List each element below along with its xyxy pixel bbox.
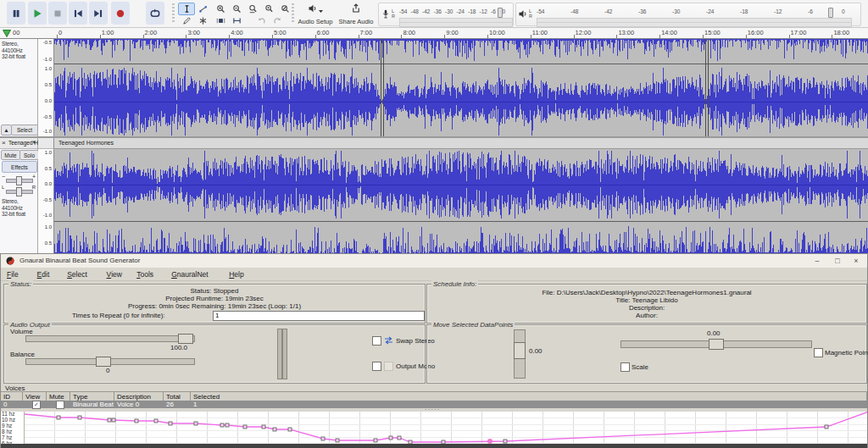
undo-button[interactable] bbox=[253, 14, 270, 27]
menu-edit[interactable]: Edit bbox=[35, 269, 53, 279]
menu-file[interactable]: File bbox=[4, 269, 21, 279]
timeline-ruler[interactable]: 00 01:002:003:004:005:006:007:008:009:00… bbox=[0, 28, 868, 39]
track1-control-panel[interactable]: Stereo, 44100Hz 32-bit float ▲ Select bbox=[0, 39, 38, 136]
datapoint[interactable] bbox=[336, 439, 339, 442]
voice-view-checkbox[interactable]: ✓ bbox=[32, 401, 41, 409]
track2-close-button[interactable]: × bbox=[2, 139, 6, 147]
track2-effects-button[interactable]: Effects bbox=[2, 161, 37, 173]
track2-waveform[interactable]: Teenaged Hormones bbox=[54, 138, 868, 254]
draw-tool-button[interactable] bbox=[178, 14, 195, 27]
datapoint[interactable] bbox=[135, 419, 138, 423]
ruler-scale-label: -1.0 bbox=[43, 129, 52, 134]
output-mono-checkbox[interactable] bbox=[372, 362, 381, 371]
clip-boundary[interactable] bbox=[705, 39, 706, 136]
voice-mute-checkbox[interactable] bbox=[56, 401, 64, 409]
toolbar-grip[interactable] bbox=[172, 3, 175, 24]
stop-button[interactable] bbox=[48, 2, 67, 25]
record-button[interactable] bbox=[111, 2, 130, 25]
silence-selection-button[interactable] bbox=[228, 14, 245, 27]
selection-tool-button[interactable] bbox=[178, 3, 195, 15]
audio-setup-button[interactable]: Audio Setup bbox=[295, 2, 336, 25]
loop-button[interactable] bbox=[146, 2, 164, 25]
track1-waveform[interactable] bbox=[54, 39, 868, 136]
track2-pan-handle[interactable] bbox=[16, 187, 22, 196]
menu-gnauralnet[interactable]: GnauralNet bbox=[169, 269, 210, 279]
menu-select[interactable]: Select bbox=[64, 269, 90, 279]
timeline-tick-label: 5:00 bbox=[274, 29, 287, 36]
track2-mute-button[interactable]: Mute bbox=[1, 150, 20, 160]
datapoint[interactable] bbox=[57, 416, 60, 419]
trim-outside-button[interactable] bbox=[212, 14, 229, 27]
zoom-toggle-button[interactable] bbox=[276, 3, 293, 15]
datapoint[interactable] bbox=[243, 425, 247, 429]
move-horizontal-handle[interactable] bbox=[709, 339, 724, 350]
multi-tool-tool-button[interactable] bbox=[194, 14, 211, 27]
skip-start-button[interactable] bbox=[69, 2, 87, 25]
move-vertical-handle[interactable] bbox=[514, 342, 526, 359]
meter-level-handle[interactable] bbox=[498, 8, 503, 18]
gnaural-title-bar[interactable]: Gnaural Binaural Beat Sound Generator – … bbox=[1, 254, 867, 268]
timeline-pin-icon[interactable] bbox=[3, 30, 11, 37]
track2-menu-arrow[interactable]: ▼ bbox=[32, 140, 36, 145]
playback-meter[interactable]: LR-54-48-42-36-30-24-18-12-60 bbox=[515, 3, 861, 26]
datapoint[interactable] bbox=[504, 440, 507, 443]
zoom-out-button[interactable] bbox=[228, 3, 245, 15]
datapoint[interactable] bbox=[321, 437, 325, 440]
datapoint[interactable] bbox=[262, 425, 265, 429]
track1-vertical-ruler[interactable]: -0.5-1.01.00.50.0-0.5-1.0 bbox=[38, 39, 54, 136]
share-audio-button[interactable]: Share Audio bbox=[337, 2, 375, 25]
clip-boundary[interactable] bbox=[383, 39, 384, 136]
datapoint[interactable] bbox=[288, 428, 292, 431]
datapoint[interactable] bbox=[398, 436, 401, 440]
minimize-button[interactable]: – bbox=[811, 256, 823, 266]
timeline-tick-label: 9:00 bbox=[446, 29, 459, 36]
meter-level-handle[interactable] bbox=[828, 8, 833, 18]
skip-end-button[interactable] bbox=[89, 2, 108, 25]
clip-boundary[interactable] bbox=[708, 39, 709, 136]
zoom-selection-button[interactable] bbox=[244, 3, 261, 15]
datapoint[interactable] bbox=[169, 422, 172, 425]
zoom-in-button[interactable] bbox=[212, 3, 229, 15]
graph-bottom-bar[interactable] bbox=[1, 444, 867, 448]
play-button[interactable] bbox=[28, 2, 47, 25]
menu-help[interactable]: Help bbox=[226, 269, 246, 279]
track2-solo-button[interactable]: Solo bbox=[19, 150, 39, 160]
datapoint[interactable] bbox=[825, 425, 828, 429]
datapoint[interactable] bbox=[112, 418, 115, 422]
magnetic-pointer-checkbox[interactable] bbox=[814, 348, 823, 357]
track2-control-panel[interactable]: × Teenaged H ▼ Mute Solo Effects − + L R… bbox=[0, 138, 38, 254]
track2-gain-handle[interactable] bbox=[16, 176, 22, 185]
timeline-tick-label: 8:00 bbox=[403, 29, 415, 36]
volume-handle[interactable] bbox=[178, 334, 193, 344]
volume-slider[interactable] bbox=[25, 335, 195, 342]
datapoint[interactable] bbox=[273, 428, 276, 431]
repeat-input[interactable]: 1 bbox=[213, 311, 425, 321]
datapoint[interactable] bbox=[389, 436, 392, 440]
maximize-button[interactable]: □ bbox=[832, 256, 843, 266]
datapoint[interactable] bbox=[225, 423, 229, 427]
datapoint[interactable] bbox=[78, 416, 81, 419]
swap-stereo-checkbox[interactable] bbox=[372, 336, 381, 346]
toolbar-grip[interactable] bbox=[292, 3, 294, 24]
datapoint[interactable] bbox=[194, 422, 198, 425]
datapoint[interactable] bbox=[374, 439, 377, 442]
datapoint-graph[interactable] bbox=[1, 412, 867, 444]
redo-button[interactable] bbox=[269, 14, 286, 27]
datapoint[interactable] bbox=[154, 419, 158, 423]
clip-boundary[interactable] bbox=[381, 39, 381, 136]
balance-handle[interactable] bbox=[96, 357, 111, 367]
zoom-fit-button[interactable] bbox=[260, 3, 277, 15]
recording-meter[interactable]: LR-54-48-42-36-30-24-18-12-60 bbox=[378, 3, 514, 26]
menu-tools[interactable]: Tools bbox=[134, 269, 156, 279]
envelope-tool-button[interactable] bbox=[194, 3, 211, 15]
menu-view[interactable]: View bbox=[104, 269, 125, 279]
track1-select-button[interactable]: Select bbox=[11, 124, 38, 136]
scale-checkbox[interactable] bbox=[620, 362, 630, 372]
pause-button[interactable] bbox=[7, 2, 25, 25]
datapoint[interactable] bbox=[220, 423, 224, 427]
datapoint[interactable] bbox=[108, 418, 111, 422]
track2-vertical-ruler[interactable]: 1.00.50.0-0.5-1.01.00.5 bbox=[38, 149, 54, 254]
close-button[interactable]: × bbox=[850, 256, 862, 266]
clip-title-bar[interactable]: Teenaged Hormones bbox=[54, 138, 868, 149]
undo-icon bbox=[257, 16, 266, 25]
